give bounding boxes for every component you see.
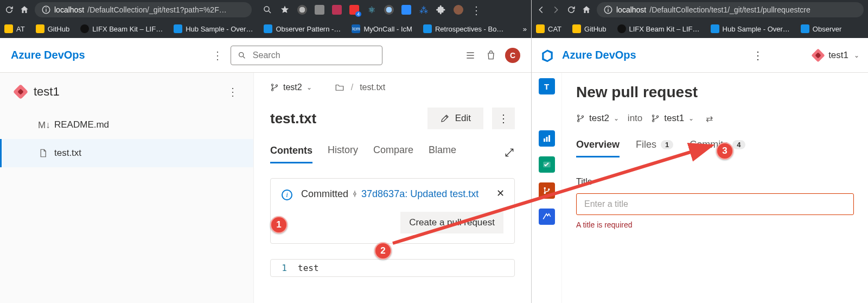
tab-overview[interactable]: Overview bbox=[576, 139, 620, 157]
bookmark-item[interactable]: Retrospectives - Bo… bbox=[423, 24, 503, 33]
header-more-icon[interactable]: ⋮ bbox=[212, 50, 223, 61]
bookmark-overflow-icon[interactable]: » bbox=[523, 25, 527, 33]
svg-rect-16 bbox=[544, 138, 545, 142]
bookmark-item[interactable]: GitHub bbox=[572, 24, 606, 33]
zoom-ext-icon[interactable] bbox=[401, 5, 411, 15]
into-label: into bbox=[628, 113, 642, 124]
tab-files[interactable]: Files1 bbox=[636, 139, 673, 157]
bookmark-bar: CAT GitHub LIFX Beam Kit – LIF… Hub Samp… bbox=[532, 20, 868, 38]
reload-icon[interactable] bbox=[566, 5, 576, 15]
swap-branches-icon[interactable]: ⇄ bbox=[706, 113, 713, 124]
tab-commits[interactable]: Commits4 bbox=[690, 139, 745, 157]
ext-icon[interactable]: ⁂ bbox=[419, 5, 429, 15]
search-input[interactable] bbox=[252, 50, 375, 61]
rail-boards-icon[interactable] bbox=[539, 156, 555, 173]
repo-header[interactable]: test1 ⋮ bbox=[0, 73, 253, 111]
title-error: A title is required bbox=[576, 220, 854, 229]
bookmark-item[interactable]: LIFX Beam Kit – LIF… bbox=[617, 24, 700, 33]
bookmark-item[interactable]: Hub Sample - Over… bbox=[174, 24, 253, 33]
commit-info-card: i ✕ Committed 37d8637a: Updated test.txt… bbox=[270, 178, 515, 244]
bookmark-item[interactable]: Observer Pattern -… bbox=[264, 24, 341, 33]
svg-point-5 bbox=[239, 52, 243, 56]
bookmark-item[interactable]: AT bbox=[4, 24, 25, 33]
markdown-icon: M↓ bbox=[38, 120, 48, 130]
home-icon[interactable] bbox=[582, 5, 591, 15]
tree-node-readme[interactable]: M↓ README.md bbox=[0, 111, 253, 139]
close-icon[interactable]: ✕ bbox=[496, 187, 505, 199]
ext-icon[interactable] bbox=[297, 5, 307, 15]
ado-brand[interactable]: Azure DevOps bbox=[562, 49, 636, 61]
ado-header: Azure DevOps ⋮ test1 ⌄ bbox=[532, 38, 868, 73]
commit-link[interactable]: 37d8637a: Updated test.txt bbox=[361, 188, 478, 199]
user-avatar[interactable]: C bbox=[505, 48, 520, 63]
bookmark-item[interactable]: GitHub bbox=[36, 24, 69, 33]
bookmark-item[interactable]: CAT bbox=[536, 24, 561, 33]
site-info-icon[interactable] bbox=[41, 5, 51, 15]
page-title: New pull request bbox=[576, 84, 854, 101]
repo-selector[interactable]: test1 ⌄ bbox=[813, 50, 859, 61]
tree-node-label: test.txt bbox=[54, 148, 81, 159]
chevron-down-icon: ⌄ bbox=[688, 115, 694, 122]
svg-rect-14 bbox=[608, 9, 609, 12]
title-input[interactable] bbox=[576, 193, 854, 215]
tab-compare[interactable]: Compare bbox=[373, 144, 413, 163]
ado-brand[interactable]: Azure DevOps bbox=[11, 49, 85, 61]
expand-icon[interactable] bbox=[504, 147, 515, 161]
left-browser-window: localhost /DefaultCollection/_git/test1?… bbox=[0, 0, 532, 303]
tree-node-file[interactable]: test.txt bbox=[0, 139, 253, 167]
target-branch-selector[interactable]: test1 ⌄ bbox=[651, 113, 694, 124]
breadcrumb-file[interactable]: test.txt bbox=[360, 83, 385, 92]
tab-contents[interactable]: Contents bbox=[270, 145, 312, 163]
rail-add-icon[interactable]: ＋ bbox=[539, 104, 555, 121]
folder-icon[interactable] bbox=[335, 83, 344, 92]
more-button[interactable]: ⋮ bbox=[492, 108, 515, 129]
bookmark-item[interactable]: LIFX Beam Kit – LIF… bbox=[80, 24, 163, 33]
tab-history[interactable]: History bbox=[328, 144, 358, 163]
chevron-down-icon: ⌄ bbox=[307, 84, 312, 91]
right-browser-window: localhost /DefaultCollection/test1/_git/… bbox=[532, 0, 868, 303]
branch-selector[interactable]: test2 ⌄ bbox=[270, 83, 312, 92]
profile-avatar-icon[interactable] bbox=[454, 5, 463, 15]
source-branch-selector[interactable]: test2 ⌄ bbox=[576, 113, 619, 124]
bookmark-item[interactable]: IcmMyOnCall - IcM bbox=[352, 24, 412, 33]
address-bar[interactable]: localhost /DefaultCollection/test1/_git/… bbox=[597, 2, 864, 17]
bookmark-item[interactable]: Observer bbox=[801, 24, 841, 33]
create-pr-button[interactable]: Create a pull request bbox=[400, 212, 503, 233]
tab-blame[interactable]: Blame bbox=[429, 144, 456, 163]
chrome-toolbar: localhost /DefaultCollection/_git/test1?… bbox=[0, 0, 531, 38]
edit-button[interactable]: Edit bbox=[427, 108, 483, 129]
search-box[interactable] bbox=[231, 46, 382, 65]
react-devtools-icon[interactable]: ⚛ bbox=[367, 5, 376, 15]
tree-node-label: README.md bbox=[54, 119, 109, 130]
rail-pipelines-icon[interactable] bbox=[539, 209, 555, 225]
chrome-menu-icon[interactable]: ⋮ bbox=[471, 5, 482, 15]
reload-icon[interactable] bbox=[4, 5, 14, 15]
extensions-icon[interactable] bbox=[436, 5, 446, 15]
address-bar[interactable]: localhost /DefaultCollection/_git/test1?… bbox=[35, 2, 252, 17]
shopping-bag-icon[interactable] bbox=[484, 49, 497, 62]
list-icon[interactable] bbox=[464, 49, 477, 62]
rail-repos-icon[interactable] bbox=[539, 182, 555, 199]
svg-point-3 bbox=[264, 7, 269, 11]
ext-icon[interactable]: 4 bbox=[349, 5, 359, 15]
bookmark-item[interactable]: Hub Sample - Over… bbox=[711, 24, 790, 33]
header-more-icon[interactable]: ⋮ bbox=[752, 50, 763, 61]
zoom-icon[interactable] bbox=[263, 5, 272, 15]
repo-more-icon[interactable]: ⋮ bbox=[227, 86, 238, 97]
svg-point-9 bbox=[276, 85, 277, 86]
ado-logo-icon[interactable] bbox=[540, 48, 554, 62]
pencil-icon bbox=[440, 113, 450, 123]
home-icon[interactable] bbox=[20, 5, 29, 15]
back-icon[interactable] bbox=[536, 5, 546, 15]
ext-icon[interactable] bbox=[332, 5, 342, 15]
rail-overview-icon[interactable] bbox=[539, 130, 555, 147]
site-info-icon[interactable] bbox=[603, 5, 613, 15]
rail-project-icon[interactable]: T bbox=[539, 78, 555, 94]
star-icon[interactable] bbox=[280, 5, 290, 15]
code-viewer: 1 test bbox=[270, 259, 515, 277]
repo-name: test1 bbox=[828, 50, 848, 61]
title-label: Title bbox=[576, 177, 854, 187]
ext-icon[interactable] bbox=[315, 5, 324, 15]
svg-rect-18 bbox=[548, 135, 550, 142]
ext-icon[interactable] bbox=[384, 5, 394, 15]
